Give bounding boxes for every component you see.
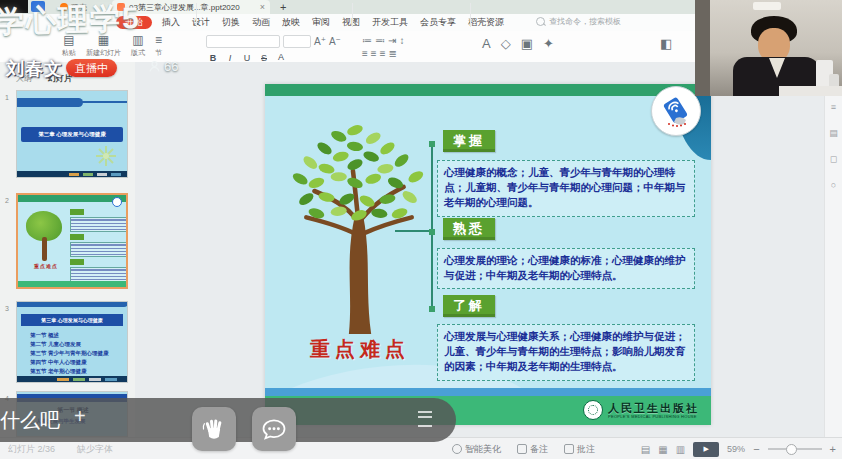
status-slide-count: 幻灯片 2/36 <box>8 443 55 456</box>
thumb1-footer-mark <box>97 173 107 176</box>
thumb3-toc-line: 第一节 概述 <box>30 331 109 340</box>
slide-thumbnail-2-selected[interactable]: 重点难点 <box>16 193 128 289</box>
text-box-icon[interactable]: A <box>482 36 491 51</box>
menu-item-devtools[interactable]: 开发工具 <box>372 16 408 29</box>
menu-item-membership[interactable]: 会员专享 <box>420 16 456 29</box>
section-header-understand[interactable]: 了解 <box>443 295 495 317</box>
font-grow-icon[interactable]: A⁺ <box>314 36 326 47</box>
slide-panel: 大纲 幻灯片 1 第三章 心理发展与心理健康 2 <box>0 62 136 437</box>
status-smart-beautify[interactable]: 智能美化 <box>452 443 501 456</box>
picture-icon[interactable]: ▣ <box>521 36 533 51</box>
chat-bubble-icon <box>260 415 288 443</box>
section-header-familiar[interactable]: 熟悉 <box>443 218 495 240</box>
current-slide[interactable]: 重点难点 掌握 心理健康的概念；儿童、青少年与青年期的心理特点；儿童期、青少年与… <box>265 84 711 425</box>
chat-input-text[interactable]: 什么吧 <box>0 407 60 434</box>
zoom-in-button[interactable]: + <box>830 443 836 455</box>
pane-icon[interactable]: ◻ <box>830 154 837 164</box>
tree-graphic[interactable] <box>281 118 435 336</box>
slide-thumbnail-3[interactable]: 第三章 心理发展与心理健康 第一节 概述 第二节 儿童心理发展 第三节 青少年与… <box>16 301 128 383</box>
align-left-icon[interactable]: ≡ <box>362 48 368 59</box>
thumb3-footer-mark <box>73 378 85 381</box>
desk-surface <box>779 86 842 96</box>
publisher-badge-icon <box>651 86 701 136</box>
section-icon: ≡ <box>155 34 162 47</box>
menu-item-insert[interactable]: 插入 <box>162 16 180 29</box>
align-center-icon[interactable]: ≡ <box>371 48 377 59</box>
number-list-icon[interactable]: ≕ <box>375 35 385 46</box>
font-shrink-icon[interactable]: A⁻ <box>329 36 341 47</box>
section-header-master[interactable]: 掌握 <box>443 130 495 152</box>
indent-icon[interactable]: ⇥ <box>388 35 396 46</box>
pane-icon[interactable]: ▤ <box>829 128 838 138</box>
connector-line <box>431 143 433 310</box>
status-comments[interactable]: 批注 <box>564 443 595 456</box>
section-text-understand[interactable]: 心理发展与心理健康关系；心理健康的维护与促进；儿童、青少年与青年期的生理特点；影… <box>437 324 695 381</box>
new-tab-button[interactable]: + <box>280 1 286 13</box>
thumb2-textbox <box>70 242 128 257</box>
menu-item-view[interactable]: 视图 <box>342 16 360 29</box>
menu-item-design[interactable]: 设计 <box>192 16 210 29</box>
thumb3-toc-line: 第四节 中年人心理健康 <box>30 358 109 367</box>
status-notes[interactable]: 备注 <box>517 443 548 456</box>
thumb3-footer-mark <box>89 378 101 381</box>
viewer-person-icon <box>148 60 161 73</box>
menu-item-animation[interactable]: 动画 <box>252 16 270 29</box>
notes-icon <box>517 444 527 454</box>
comments-icon <box>564 444 574 454</box>
line-spacing-icon[interactable]: ↕ <box>399 35 404 46</box>
pane-icon[interactable]: ○ <box>831 180 836 190</box>
flower-icon <box>95 145 117 167</box>
font-size-select[interactable] <box>283 35 311 48</box>
section-text-master[interactable]: 心理健康的概念；儿童、青少年与青年期的心理特点；儿童期、青少年与青年期的心理问题… <box>437 160 695 217</box>
slideshow-play-button[interactable]: ▶ <box>693 442 719 457</box>
chat-menu-icon[interactable] <box>418 411 432 427</box>
normal-view-icon[interactable]: ▤ <box>641 444 650 455</box>
reading-view-icon[interactable]: ▥ <box>676 444 685 455</box>
shapes-icon[interactable]: ◇ <box>501 36 511 51</box>
thumb2-chip <box>70 259 84 265</box>
search-placeholder: 查找命令，搜索模板 <box>549 16 621 27</box>
bullet-list-icon[interactable]: ≔ <box>362 35 372 46</box>
zoom-level: 59% <box>727 444 745 454</box>
connector-node <box>429 141 435 147</box>
menu-items: 插入 设计 切换 动画 放映 审阅 视图 开发工具 会员专享 稻壳资源 <box>162 14 504 31</box>
justify-icon[interactable]: ≣ <box>389 48 397 59</box>
slide-number: 2 <box>5 197 9 204</box>
zoom-slider[interactable] <box>768 448 822 450</box>
thumb3-footer-mark <box>105 378 117 381</box>
menu-item-riceshell[interactable]: 稻壳资源 <box>468 16 504 29</box>
menu-item-review[interactable]: 审阅 <box>312 16 330 29</box>
viewer-count-number: 66 <box>164 59 178 74</box>
smart-beautify-icon[interactable]: ✦ <box>543 36 554 51</box>
slide-thumbnail-1[interactable]: 第三章 心理发展与心理健康 <box>16 90 128 178</box>
slide-footer-blue-bar <box>265 388 711 396</box>
align-right-icon[interactable]: ≡ <box>380 48 386 59</box>
slide-keyword-text[interactable]: 重点难点 <box>283 336 437 363</box>
menu-item-slideshow[interactable]: 放映 <box>282 16 300 29</box>
viewer-count: 66 <box>148 59 178 74</box>
zoom-out-button[interactable]: − <box>753 443 759 455</box>
command-search[interactable]: 查找命令，搜索模板 <box>536 16 621 27</box>
thumb1-footer-mark <box>69 173 79 176</box>
search-icon <box>536 17 545 26</box>
live-badge: 直播中 <box>66 59 117 77</box>
close-tab-icon[interactable]: × <box>260 2 265 12</box>
slide-sorter-view-icon[interactable]: ▦ <box>658 444 667 455</box>
publisher-name-en: PEOPLE'S MEDICAL PUBLISHING HOUSE <box>608 414 699 419</box>
wave-hand-button[interactable] <box>192 407 236 451</box>
connector-line <box>395 230 433 232</box>
chat-add-button[interactable]: + <box>74 405 86 428</box>
connector-node <box>429 229 435 235</box>
section-button[interactable]: ≡ 节 <box>155 34 162 58</box>
section-text-familiar[interactable]: 心理发展的理论；心理健康的标准；心理健康的维护与促进；中年期及老年期的心理特点。 <box>437 248 695 289</box>
task-pane-toggle-icon[interactable]: ◧ <box>660 36 672 51</box>
chat-bubble-button[interactable] <box>252 407 296 451</box>
menu-item-transition[interactable]: 切换 <box>222 16 240 29</box>
publisher-name: 人民卫生出版社 <box>608 402 699 414</box>
thumb2-chip <box>70 234 84 240</box>
status-missing-fonts[interactable]: 缺少字体 <box>77 443 113 456</box>
pane-icon[interactable]: ≡ <box>831 102 836 112</box>
task-pane-strip: ≡ ▤ ◻ ○ <box>824 62 842 437</box>
zoom-slider-knob[interactable] <box>786 444 797 455</box>
font-name-select[interactable] <box>206 35 280 48</box>
